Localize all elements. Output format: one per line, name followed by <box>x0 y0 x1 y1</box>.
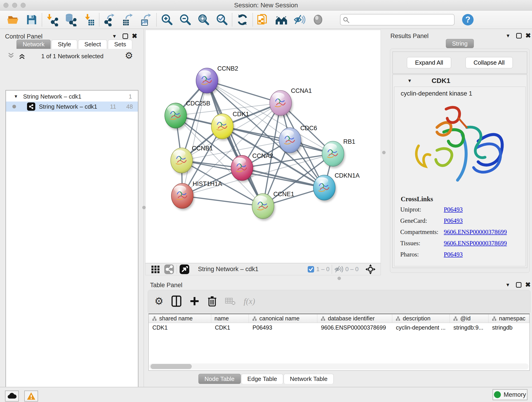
collapse-all-button[interactable]: Collapse All <box>466 57 513 68</box>
table-header-row: shared namenamecanonical namedatabase id… <box>149 314 530 323</box>
table-cell[interactable]: cyclin-dependent ... <box>392 323 450 332</box>
tab-string[interactable]: String <box>446 39 474 48</box>
node-CCNB1[interactable]: CCNB1 <box>171 145 213 175</box>
tab-network[interactable]: Network <box>17 40 51 49</box>
tab-style[interactable]: Style <box>51 40 77 49</box>
horizontal-splitter-handle[interactable] <box>337 277 341 280</box>
string-network-graph[interactable]: CCNB2CCNA1CDC25BCDK1CDC6RB1CCNB1CCNA2CDK… <box>146 30 380 263</box>
column-header-namespac[interactable]: namespac <box>488 314 529 323</box>
results-panel-menu-button[interactable]: ▼ <box>506 33 510 38</box>
table-cell[interactable]: stringdb:9... <box>450 323 488 332</box>
memory-button[interactable]: Memory <box>493 389 527 400</box>
scrollbar-thumb[interactable] <box>151 364 192 369</box>
export-image-button[interactable] <box>137 12 155 27</box>
control-panel-close-button[interactable]: ✖ <box>132 33 137 39</box>
table-cell[interactable]: stringdb <box>488 323 529 332</box>
crosslink-link-tissues-[interactable]: 9606.ENSP00000378699 <box>444 240 507 247</box>
collection-expander-icon[interactable]: ▼ <box>14 94 18 99</box>
table-panel-float-button[interactable] <box>516 282 521 288</box>
help-button[interactable]: ? <box>459 12 477 27</box>
open-session-button[interactable] <box>4 12 22 27</box>
right-splitter-handle[interactable] <box>382 151 386 154</box>
tab-select[interactable]: Select <box>78 40 107 49</box>
column-header-shared-name[interactable]: shared name <box>149 314 211 323</box>
table-panel-close-button[interactable]: ✖ <box>525 281 531 288</box>
gene-expander-icon[interactable]: ▼ <box>407 78 412 83</box>
network-canvas[interactable]: CCNB2CCNA1CDC25BCDK1CDC6RB1CCNB1CCNA2CDK… <box>145 30 381 263</box>
zoom-selected-button[interactable] <box>213 12 231 27</box>
export-network-button[interactable] <box>100 12 119 27</box>
grid-view-icon[interactable] <box>151 264 161 274</box>
table-panel-menu-button[interactable]: ▼ <box>505 282 510 288</box>
control-panel-menu-button[interactable]: ▼ <box>112 33 117 39</box>
search-input[interactable] <box>340 14 455 26</box>
node-label-CDK1: CDK1 <box>233 111 249 118</box>
delete-column-icon[interactable] <box>207 295 217 307</box>
import-network-from-database-button[interactable] <box>61 12 80 27</box>
network-collection-row[interactable]: ▼ String Network – cdk1 1 <box>6 91 138 102</box>
expand-all-icon[interactable] <box>19 52 28 60</box>
node-CCNE1[interactable]: CCNE1 <box>252 191 294 221</box>
zoom-out-button[interactable] <box>176 12 194 27</box>
import-network-from-file-button[interactable] <box>43 12 61 27</box>
column-header-canonical-name[interactable]: canonical name <box>249 314 317 323</box>
node-CCNA2[interactable]: CCNA2 <box>231 153 273 182</box>
stringify-document-button[interactable] <box>254 12 272 27</box>
table-horizontal-scrollbar[interactable] <box>149 364 529 370</box>
warnings-button[interactable] <box>24 390 38 402</box>
apply-preferred-layout-button[interactable] <box>233 12 252 27</box>
selected-count-checkbox[interactable] <box>307 266 314 273</box>
network-row[interactable]: String Network – cdk1 11 48 <box>6 102 138 112</box>
table-cell[interactable]: CDK1 <box>211 323 249 332</box>
edge-CCNB2-CCNE1[interactable] <box>207 81 263 206</box>
export-table-button[interactable] <box>119 12 137 27</box>
table-cell[interactable]: P06493 <box>249 323 317 332</box>
tab-edge-table[interactable]: Edge Table <box>241 374 283 384</box>
table-cell[interactable]: CDK1 <box>149 323 211 332</box>
column-header--id[interactable]: @id <box>450 314 488 323</box>
crosslink-link-genecard-[interactable]: P06493 <box>444 217 463 224</box>
node-CDKN1A[interactable]: CDKN1A <box>313 172 360 202</box>
window-close-button[interactable] <box>3 3 8 8</box>
tab-network-table[interactable]: Network Table <box>284 374 334 384</box>
save-session-button[interactable] <box>22 12 41 27</box>
node-CDK1[interactable]: CDK1 <box>211 111 249 141</box>
gene-section-header[interactable]: ▼ CDK1 <box>393 75 527 87</box>
fit-content-button[interactable] <box>194 12 213 27</box>
table-options-gear-icon[interactable]: ⚙ <box>154 296 163 306</box>
import-table-from-file-button[interactable] <box>80 12 98 27</box>
table-row[interactable]: CDK1CDK1P064939606.ENSP00000378699cyclin… <box>149 323 530 332</box>
edge-CCNB2-HIST1H1A[interactable] <box>182 81 207 196</box>
glass-ball-effect-button[interactable] <box>291 12 309 27</box>
show-columns-icon[interactable] <box>171 295 182 307</box>
tab-node-table[interactable]: Node Table <box>198 374 241 384</box>
expand-all-button[interactable]: Expand All <box>407 57 451 68</box>
column-header-name[interactable]: name <box>211 314 249 323</box>
network-view-icon[interactable] <box>164 264 174 274</box>
control-panel-float-button[interactable] <box>123 33 128 39</box>
table-cell[interactable]: 9606.ENSP00000378699 <box>317 323 392 332</box>
window-minimize-button[interactable] <box>12 3 17 8</box>
tab-sets[interactable]: Sets <box>108 40 132 49</box>
birds-eye-view-icon[interactable] <box>179 264 190 274</box>
node-RB1[interactable]: RB1 <box>322 138 355 168</box>
window-zoom-button[interactable] <box>21 3 26 8</box>
pan-crosshair-icon[interactable] <box>365 264 376 275</box>
node-CDC6[interactable]: CDC6 <box>279 125 317 155</box>
left-splitter-handle[interactable] <box>142 206 146 209</box>
results-panel-close-button[interactable]: ✖ <box>525 32 531 39</box>
network-options-gear-icon[interactable]: ⚙ <box>125 51 133 60</box>
results-panel-float-button[interactable] <box>516 33 522 38</box>
column-header-description[interactable]: description <box>392 314 450 323</box>
structure-images-toggle-button[interactable] <box>309 12 327 27</box>
collapse-all-icon[interactable] <box>8 52 17 60</box>
column-header-database-identifier[interactable]: database identifier <box>317 314 392 323</box>
node-HIST1H1A[interactable]: HIST1H1A <box>171 180 222 211</box>
zoom-in-button[interactable] <box>158 12 176 27</box>
string-home-button[interactable] <box>272 12 291 27</box>
cloud-status-button[interactable] <box>5 390 19 402</box>
crosslink-link-compartments-[interactable]: 9606.ENSP00000378699 <box>444 229 507 236</box>
crosslink-link-pharos-[interactable]: P06493 <box>444 251 463 258</box>
create-column-icon[interactable] <box>190 296 200 306</box>
crosslink-link-uniprot-[interactable]: P06493 <box>444 206 463 213</box>
